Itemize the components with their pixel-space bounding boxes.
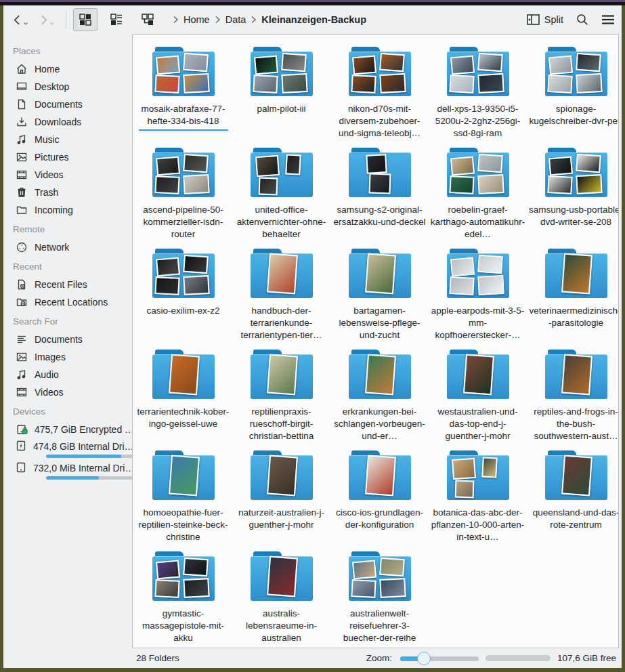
breadcrumb-chevron-icon — [251, 16, 257, 24]
image-icon — [15, 150, 28, 164]
folder-item[interactable]: homoeopathie-fuer-reptilien-steinke-beck… — [134, 446, 232, 547]
folder-item[interactable]: ascend-pipeline-50-kommerzieller-isdn-ro… — [134, 144, 232, 245]
sidebar-item-474-8-gib-internal-dri[interactable]: 474,8 GiB Internal Dri… — [3, 438, 132, 460]
photo-thumbnail — [547, 175, 572, 194]
folder-item[interactable]: handbuch-der-terrarienkunde-terrarientyp… — [232, 245, 330, 345]
tree-view-button[interactable] — [135, 8, 160, 31]
folder-item[interactable]: casio-exilim-ex-z2 — [134, 245, 232, 345]
folder-item[interactable]: mosaik-abrafaxe-77-hefte-334-bis-418 — [134, 43, 232, 144]
folder-icon — [15, 203, 28, 217]
desktop-icon — [15, 80, 28, 93]
folder-item[interactable]: veterinaermedizinische-parasitologie — [527, 245, 619, 345]
folder-item[interactable]: westaustralien-und-das-top-end-j-guenthe… — [429, 345, 527, 446]
sidebar-item-475-7-gib-encrypted[interactable]: 475,7 GiB Encrypted … — [3, 421, 132, 438]
sidebar-item-videos[interactable]: Videos — [3, 383, 132, 401]
sidebar-item-recent-locations[interactable]: Recent Locations — [3, 293, 132, 311]
folder-item[interactable]: australis-lebensraeume-in-australien — [232, 547, 330, 648]
zoom-slider-handle[interactable] — [417, 652, 431, 665]
folder-item[interactable]: united-office-aktenvernichter-ohne-behae… — [232, 144, 330, 245]
sidebar-item-desktop[interactable]: Desktop — [3, 78, 132, 96]
photo-thumbnail — [477, 73, 504, 93]
split-button[interactable]: Split — [527, 14, 563, 25]
sidebar-item-downloads[interactable]: Downloads — [3, 113, 132, 131]
sidebar-item-documents[interactable]: Documents — [3, 96, 132, 113]
folder-name: roebelin-graef-karthago-automatikuhr-ede… — [430, 204, 525, 240]
folder-item[interactable]: erkrankungen-bei-schlangen-vorbeugen-und… — [330, 345, 429, 446]
hamburger-menu-icon — [601, 14, 615, 25]
folder-name: handbuch-der-terrarienkunde-terrarientyp… — [234, 305, 329, 341]
photo-thumbnail — [477, 53, 503, 72]
sidebar-item-trash[interactable]: Trash — [3, 184, 132, 201]
photo-thumbnail — [477, 174, 504, 194]
menu-button[interactable] — [601, 14, 615, 25]
sidebar-item-incoming[interactable]: Incoming — [3, 201, 132, 219]
folder-name: nikon-d70s-mit-diversem-zubehoer-und-sig… — [332, 103, 427, 139]
details-view-button[interactable] — [104, 8, 129, 31]
folder-item[interactable]: australienwelt-reisefuehrer-3-buecher-de… — [330, 547, 429, 648]
folder-icon — [249, 350, 314, 401]
folder-item[interactable]: terrarientechnik-kober-ingo-geissel-uwe — [134, 345, 232, 446]
folder-item[interactable]: cisco-ios-grundlagen-der-konfiguration — [330, 446, 429, 547]
icons-view-button[interactable] — [73, 8, 98, 31]
search-button[interactable] — [576, 13, 589, 26]
photo-thumbnail — [561, 455, 592, 497]
photo-thumbnail — [365, 253, 396, 295]
details-view-icon — [110, 13, 123, 26]
free-space-text: 107,6 GiB free — [557, 653, 616, 663]
folder-item[interactable]: gymtastic-massagepistole-mit-akku — [134, 547, 232, 648]
breadcrumb-item[interactable]: Kleinanzeigen-Backup — [259, 14, 369, 25]
photo-thumbnail — [281, 53, 307, 72]
breadcrumb-item[interactable]: Data — [223, 14, 249, 25]
folder-item[interactable]: apple-earpods-mit-3-5-mm-kopfhoerersteck… — [429, 245, 527, 345]
sidebar-item-audio[interactable]: Audio — [3, 366, 132, 383]
photo-thumbnail — [547, 75, 572, 93]
sidebar-item-network[interactable]: Network — [3, 238, 132, 256]
folder-name: bartagamen-lebensweise-pflege-und-zucht — [332, 305, 427, 341]
folder-item[interactable]: botanica-das-abc-der-pflanzen-10-000-art… — [429, 446, 527, 547]
folder-item[interactable]: naturzeit-australien-j-guenther-j-mohr — [232, 446, 330, 547]
photo-thumbnail — [379, 558, 405, 576]
folder-item[interactable]: dell-xps-13-9350-i5-5200u-2-2ghz-256gi-s… — [429, 43, 527, 144]
breadcrumb-item[interactable]: Home — [181, 14, 213, 25]
folder-item[interactable]: samsung-usb-portable-dvd-writer-se-208 — [527, 144, 619, 245]
folder-item[interactable]: reptiles-and-frogs-in-the-bush-southwest… — [527, 345, 619, 446]
photo-thumbnail — [155, 156, 179, 176]
forward-button[interactable] — [38, 14, 55, 26]
folder-item[interactable]: spionage-kugelschreiber-dvr-pen — [527, 43, 619, 144]
folder-item[interactable]: palm-pilot-iii — [232, 43, 330, 144]
sidebar-item-home[interactable]: Home — [3, 60, 132, 78]
sidebar-item-pictures[interactable]: Pictures — [3, 148, 132, 166]
folder-icon — [347, 350, 412, 401]
sidebar-item-images[interactable]: Images — [3, 348, 132, 366]
zoom-slider[interactable] — [400, 652, 479, 665]
sidebar-item-recent-files[interactable]: Recent Files — [3, 276, 132, 293]
sidebar-item-music[interactable]: Music — [3, 131, 132, 148]
folder-name: reptiles-and-frogs-in-the-bush-southwest… — [528, 406, 619, 442]
folder-item[interactable]: bartagamen-lebensweise-pflege-und-zucht — [330, 245, 429, 345]
folder-icon — [446, 249, 511, 300]
photo-thumbnail — [183, 578, 209, 598]
sidebar-item-documents[interactable]: Documents — [3, 331, 132, 348]
sidebar-item-label: Music — [35, 134, 60, 145]
sidebar-item-732-0-mib-internal-dri[interactable]: 732,0 MiB Internal Dri… — [3, 460, 132, 482]
photo-thumbnail — [450, 156, 474, 176]
sidebar-item-label: Network — [35, 242, 69, 253]
folder-item[interactable]: queensland-und-das-rote-zentrum — [527, 446, 619, 547]
photo-thumbnail — [154, 175, 179, 194]
folder-name: united-office-aktenvernichter-ohne-behae… — [234, 204, 329, 240]
sidebar-item-videos[interactable]: Videos — [3, 166, 132, 184]
folder-icon — [151, 148, 216, 199]
photo-thumbnail — [154, 276, 179, 295]
photo-thumbnail — [449, 175, 474, 194]
photo-thumbnail — [351, 75, 376, 93]
folder-icon — [151, 47, 216, 98]
photo-thumbnail — [351, 560, 376, 580]
folder-name: casio-exilim-ex-z2 — [135, 305, 231, 317]
photo-thumbnail — [365, 354, 396, 396]
photo-thumbnail — [351, 579, 376, 598]
back-button[interactable] — [12, 14, 28, 26]
folder-item[interactable]: nikon-d70s-mit-diversem-zubehoer-und-sig… — [330, 43, 429, 144]
folder-item[interactable]: roebelin-graef-karthago-automatikuhr-ede… — [429, 144, 527, 245]
folder-item[interactable]: reptilienpraxis-rueschoff-birgit-christi… — [232, 345, 330, 446]
folder-item[interactable]: samsung-s2-original-ersatzakku-und-decke… — [330, 144, 429, 245]
